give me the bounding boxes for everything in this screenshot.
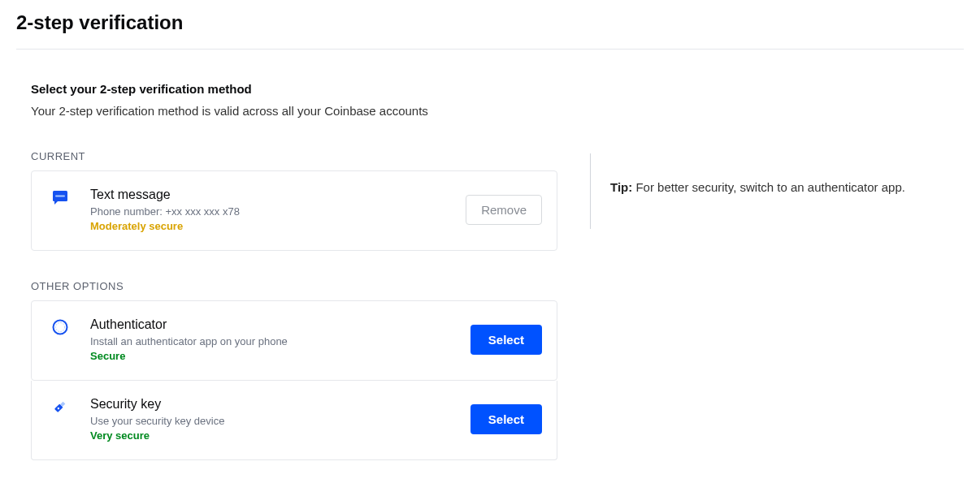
security-level: Secure — [90, 350, 449, 362]
svg-point-4 — [56, 323, 65, 332]
tip-label: Tip: — [610, 180, 632, 194]
tip-text: For better security, switch to an authen… — [632, 180, 905, 194]
method-title: Security key — [90, 397, 449, 412]
method-card-text-message: Text message Phone number: +xx xxx xxx x… — [31, 170, 557, 251]
authenticator-icon — [51, 319, 69, 337]
section-label-current: CURRENT — [31, 150, 557, 162]
sms-icon — [51, 189, 69, 207]
method-desc: Use your security key device — [90, 415, 449, 427]
method-card-security-key: Security key Use your security key devic… — [31, 381, 557, 460]
other-options-section: OTHER OPTIONS Authenticator Install an a… — [31, 280, 557, 460]
method-desc: Phone number: +xx xxx xxx x78 — [90, 205, 444, 218]
instructions: Select your 2-step verification method Y… — [31, 82, 964, 118]
instruction-subtitle: Your 2-step verification method is valid… — [31, 104, 964, 118]
select-button-security-key[interactable]: Select — [470, 404, 542, 434]
security-key-icon — [51, 399, 69, 416]
security-level: Very secure — [90, 429, 449, 442]
method-card-authenticator: Authenticator Install an authenticator a… — [31, 300, 557, 381]
remove-button[interactable]: Remove — [466, 195, 542, 225]
tip-panel: Tip: For better security, switch to an a… — [590, 153, 915, 229]
page-title: 2-step verification — [16, 11, 964, 34]
method-title: Text message — [90, 188, 444, 202]
security-level: Moderately secure — [90, 220, 444, 232]
instruction-title: Select your 2-step verification method — [31, 82, 964, 96]
method-desc: Install an authenticator app on your pho… — [90, 335, 449, 347]
select-button-authenticator[interactable]: Select — [470, 325, 542, 355]
svg-marker-1 — [54, 201, 59, 205]
section-label-other: OTHER OPTIONS — [31, 280, 557, 292]
current-section: CURRENT Text message Phone number: +xx x — [31, 150, 557, 251]
page-header: 2-step verification — [16, 0, 964, 50]
method-title: Authenticator — [90, 317, 449, 332]
svg-rect-2 — [55, 196, 65, 197]
